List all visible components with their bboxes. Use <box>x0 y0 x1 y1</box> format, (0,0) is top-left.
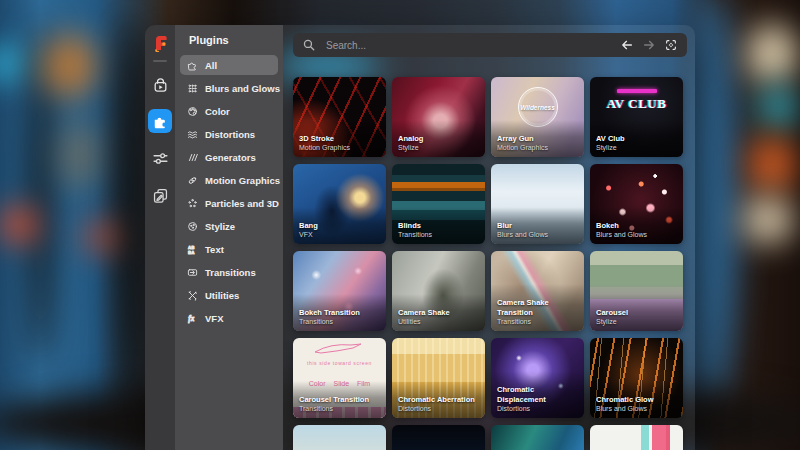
rail-divider <box>153 60 167 62</box>
plugin-card-3d-stroke[interactable]: 3D Stroke Motion Graphics <box>293 77 386 157</box>
plugin-title: Carousel <box>596 308 677 317</box>
bg-blob <box>748 136 796 192</box>
category-icon <box>187 129 198 140</box>
plugin-thumbnail <box>590 425 683 450</box>
sidebar-item-stylize[interactable]: Stylize <box>180 216 278 236</box>
card-label: Camera Shake Transition Transitions <box>491 284 584 331</box>
bg-blob <box>42 34 98 98</box>
category-icon <box>187 267 198 278</box>
sidebar-item-label: Particles and 3D <box>205 198 279 209</box>
plugin-card-partial[interactable] <box>491 425 584 450</box>
card-label: Blinds Transitions <box>392 207 485 244</box>
plugin-card-partial[interactable] <box>590 425 683 450</box>
plugin-title: Bokeh Transition <box>299 308 380 317</box>
sidebar-title: Plugins <box>189 34 283 46</box>
puzzle-icon <box>152 113 169 130</box>
plugin-card-array-gun[interactable]: Wilderness Array Gun Motion Graphics <box>491 77 584 157</box>
card-label: Bang VFX <box>293 207 386 244</box>
sidebar-item-blurs-and-glows[interactable]: Blurs and Glows <box>180 78 278 98</box>
plugin-card-camera-shake[interactable]: Camera Shake Utilities <box>392 251 485 331</box>
plugins-button[interactable] <box>148 109 172 133</box>
bg-blob <box>116 10 142 430</box>
scan-icon[interactable] <box>664 38 678 52</box>
plugin-card-blur[interactable]: Blur Blurs and Glows <box>491 164 584 244</box>
sidebar-item-motion-graphics[interactable]: Motion Graphics <box>180 170 278 190</box>
plugin-title: Blinds <box>398 221 479 230</box>
card-label: Chromatic Displacement Distortions <box>491 371 584 418</box>
plugin-card-chromatic-displacement[interactable]: Chromatic Displacement Distortions <box>491 338 584 418</box>
search-input[interactable] <box>324 39 612 52</box>
plugin-category: Transitions <box>299 404 380 413</box>
category-icon <box>187 313 198 324</box>
plugin-title: Camera Shake <box>398 308 479 317</box>
sidebar-item-color[interactable]: Color <box>180 101 278 121</box>
sidebar-item-transitions[interactable]: Transitions <box>180 262 278 282</box>
plugin-thumbnail <box>392 425 485 450</box>
forward-arrow-icon[interactable] <box>642 38 656 52</box>
plane-doodle-icon <box>311 342 367 354</box>
plugin-title: Array Gun <box>497 134 578 143</box>
content-area: 3D Stroke Motion Graphics Analog Stylize… <box>283 25 695 450</box>
sidebar-item-label: Stylize <box>205 221 235 232</box>
plugin-card-chromatic-glow[interactable]: Chromatic Glow Blurs and Glows <box>590 338 683 418</box>
category-list: All Blurs and Glows Color Distortions Ge… <box>180 55 278 328</box>
sidebar-item-text[interactable]: Text <box>180 239 278 259</box>
category-icon <box>187 83 198 94</box>
plugin-category: Motion Graphics <box>497 143 578 152</box>
sidebar-item-distortions[interactable]: Distortions <box>180 124 278 144</box>
card-label: Carousel Transition Transitions <box>293 381 386 418</box>
sidebar-item-particles-and-3d[interactable]: Particles and 3D <box>180 193 278 213</box>
bg-blob <box>688 0 738 410</box>
plugin-category: Motion Graphics <box>299 143 380 152</box>
plugin-thumbnail <box>491 425 584 450</box>
card-label: Array Gun Motion Graphics <box>491 120 584 157</box>
preferences-button[interactable] <box>148 146 172 170</box>
slide-film-line1: this side toward screen <box>293 360 386 366</box>
bg-blob <box>58 120 104 190</box>
category-icon <box>187 152 198 163</box>
plugin-card-bang[interactable]: Bang VFX <box>293 164 386 244</box>
plugin-card-analog[interactable]: Analog Stylize <box>392 77 485 157</box>
plugin-card-partial[interactable] <box>293 425 386 450</box>
plugin-category: Transitions <box>497 317 578 326</box>
plugin-category: Distortions <box>398 404 479 413</box>
plugin-card-av-club[interactable]: AV CLUB AV Club Stylize <box>590 77 683 157</box>
category-icon <box>187 175 198 186</box>
plugin-title: Bokeh <box>596 221 677 230</box>
plugin-category: Transitions <box>299 317 380 326</box>
card-label: Bokeh Transition Transitions <box>293 294 386 331</box>
plugin-title: 3D Stroke <box>299 134 380 143</box>
templates-button[interactable] <box>148 183 172 207</box>
plugin-card-partial[interactable] <box>392 425 485 450</box>
sidebar-item-label: Motion Graphics <box>205 175 280 186</box>
sidebar-item-all[interactable]: All <box>180 55 278 75</box>
plugin-category: Transitions <box>398 230 479 239</box>
plugin-card-blinds[interactable]: Blinds Transitions <box>392 164 485 244</box>
search-icon <box>302 38 316 52</box>
sidebar-item-label: Text <box>205 244 224 255</box>
plugin-card-carousel[interactable]: Carousel Stylize <box>590 251 683 331</box>
bg-blob <box>0 46 30 82</box>
sidebar-item-label: Distortions <box>205 129 255 140</box>
sidebar-item-generators[interactable]: Generators <box>180 147 278 167</box>
back-arrow-icon[interactable] <box>620 38 634 52</box>
plugin-card-camera-shake-transition[interactable]: Camera Shake Transition Transitions <box>491 251 584 331</box>
card-label: Blur Blurs and Glows <box>491 207 584 244</box>
plugin-card-carousel-transition[interactable]: this side toward screen Color Slide Film… <box>293 338 386 418</box>
store-button[interactable] <box>148 72 172 96</box>
card-label: Chromatic Glow Blurs and Glows <box>590 381 683 418</box>
card-label: AV Club Stylize <box>590 120 683 157</box>
store-icon <box>152 76 169 93</box>
plugin-card-bokeh[interactable]: Bokeh Blurs and Glows <box>590 164 683 244</box>
card-label: Bokeh Blurs and Glows <box>590 207 683 244</box>
plugin-category: Stylize <box>596 317 677 326</box>
sidebar-item-utilities[interactable]: Utilities <box>180 285 278 305</box>
category-icon <box>187 106 198 117</box>
sidebar-item-label: Blurs and Glows <box>205 83 280 94</box>
thumbnail-banner <box>617 89 657 93</box>
plugin-card-bokeh-transition[interactable]: Bokeh Transition Transitions <box>293 251 386 331</box>
plugin-category: Stylize <box>596 143 677 152</box>
sidebar-item-vfx[interactable]: VFX <box>180 308 278 328</box>
plugin-card-chromatic-aberration[interactable]: Chromatic Aberration Distortions <box>392 338 485 418</box>
app-rail <box>145 25 175 450</box>
